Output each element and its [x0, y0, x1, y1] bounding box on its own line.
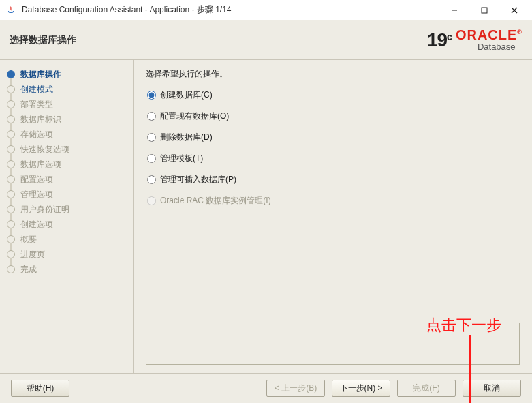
step-label: 存储选项 [20, 129, 53, 140]
operation-label: 管理可插入数据库(P) [160, 174, 236, 185]
wizard-step: 快速恢复选项 [7, 142, 127, 157]
wizard-header: 选择数据库操作 19c ORACLE® Database [0, 20, 532, 60]
wizard-step: 用户身份证明 [7, 202, 127, 217]
step-bullet-icon [7, 235, 15, 243]
step-bullet-icon [7, 130, 15, 138]
operation-label: 创建数据库(C) [160, 89, 213, 101]
message-box [146, 323, 520, 365]
operation-option[interactable]: 创建数据库(C) [147, 89, 520, 101]
step-label: 数据库标识 [20, 114, 61, 125]
step-label: 部署类型 [20, 99, 53, 110]
step-bullet-icon [7, 205, 15, 213]
back-button[interactable]: < 上一步(B) [266, 380, 325, 397]
close-button[interactable] [499, 1, 529, 20]
operation-label: 删除数据库(D) [160, 132, 213, 143]
step-label: 完成 [20, 264, 37, 275]
operation-radio[interactable] [147, 154, 156, 163]
wizard-step: 配置选项 [7, 172, 127, 187]
step-bullet-icon [7, 85, 15, 93]
window-titlebar: Database Configuration Assistant - Appli… [0, 0, 532, 20]
operation-label: 管理模板(T) [160, 153, 203, 164]
operation-label: Oracle RAC 数据库实例管理(I) [160, 195, 271, 207]
step-bullet-icon [7, 265, 15, 273]
cancel-button[interactable]: 取消 [463, 380, 521, 397]
step-bullet-icon [7, 250, 15, 258]
wizard-step: 数据库操作 [7, 67, 127, 82]
next-button[interactable]: 下一步(N) > [332, 380, 390, 397]
step-label: 概要 [20, 234, 37, 245]
java-icon [5, 5, 16, 16]
step-label: 数据库选项 [20, 159, 61, 170]
step-label: 管理选项 [20, 189, 53, 200]
operation-radio-group: 创建数据库(C)配置现有数据库(O)删除数据库(D)管理模板(T)管理可插入数据… [146, 89, 520, 207]
step-bullet-icon [7, 145, 15, 153]
step-label: 配置选项 [20, 174, 53, 185]
operation-option[interactable]: 删除数据库(D) [147, 132, 520, 143]
wizard-step: 完成 [7, 262, 127, 277]
wizard-step: 存储选项 [7, 127, 127, 142]
step-bullet-icon [7, 160, 15, 168]
version-label: 19c [427, 29, 452, 51]
operation-radio [147, 196, 156, 205]
operation-option: Oracle RAC 数据库实例管理(I) [147, 195, 520, 207]
operation-option[interactable]: 管理可插入数据库(P) [147, 174, 520, 185]
wizard-step: 管理选项 [7, 187, 127, 202]
wizard-step[interactable]: 创建模式 [7, 82, 127, 97]
step-bullet-icon [7, 70, 15, 78]
maximize-button[interactable] [469, 1, 499, 20]
operation-prompt: 选择希望执行的操作。 [146, 68, 520, 80]
help-button[interactable]: 帮助(H) [11, 380, 69, 397]
oracle-wordmark: ORACLE® [456, 29, 522, 42]
svg-rect-1 [482, 8, 487, 13]
wizard-footer: 帮助(H) < 上一步(B) 下一步(N) > 完成(F) 取消 [0, 373, 532, 403]
operation-label: 配置现有数据库(O) [160, 110, 229, 122]
step-bullet-icon [7, 175, 15, 183]
step-label: 快速恢复选项 [20, 144, 69, 155]
window-title: Database Configuration Assistant - Appli… [22, 4, 439, 16]
finish-button[interactable]: 完成(F) [397, 380, 456, 397]
operation-radio[interactable] [147, 133, 156, 142]
wizard-body: 数据库操作创建模式部署类型数据库标识存储选项快速恢复选项数据库选项配置选项管理选… [0, 60, 532, 373]
brand-logo: 19c ORACLE® Database [427, 29, 522, 52]
wizard-step: 部署类型 [7, 97, 127, 112]
operation-radio[interactable] [147, 112, 156, 121]
wizard-main: 选择希望执行的操作。 创建数据库(C)配置现有数据库(O)删除数据库(D)管理模… [134, 60, 532, 373]
database-label: Database [478, 42, 516, 52]
wizard-steps-sidebar: 数据库操作创建模式部署类型数据库标识存储选项快速恢复选项数据库选项配置选项管理选… [0, 60, 134, 373]
wizard-step: 数据库选项 [7, 157, 127, 172]
step-bullet-icon [7, 190, 15, 198]
step-label: 创建选项 [20, 219, 53, 230]
step-bullet-icon [7, 100, 15, 108]
step-label: 进度页 [20, 249, 45, 260]
wizard-step: 进度页 [7, 247, 127, 262]
minimize-button[interactable] [439, 1, 469, 20]
wizard-step: 数据库标识 [7, 112, 127, 127]
operation-radio[interactable] [147, 175, 156, 184]
step-label: 数据库操作 [20, 69, 61, 80]
window-controls [439, 1, 529, 20]
operation-option[interactable]: 配置现有数据库(O) [147, 110, 520, 122]
step-bullet-icon [7, 220, 15, 228]
operation-option[interactable]: 管理模板(T) [147, 153, 520, 164]
operation-radio[interactable] [147, 91, 156, 100]
page-title: 选择数据库操作 [10, 34, 76, 46]
wizard-step: 创建选项 [7, 217, 127, 232]
step-label: 用户身份证明 [20, 204, 69, 215]
wizard-step: 概要 [7, 232, 127, 247]
step-label: 创建模式 [20, 84, 53, 95]
step-bullet-icon [7, 115, 15, 123]
